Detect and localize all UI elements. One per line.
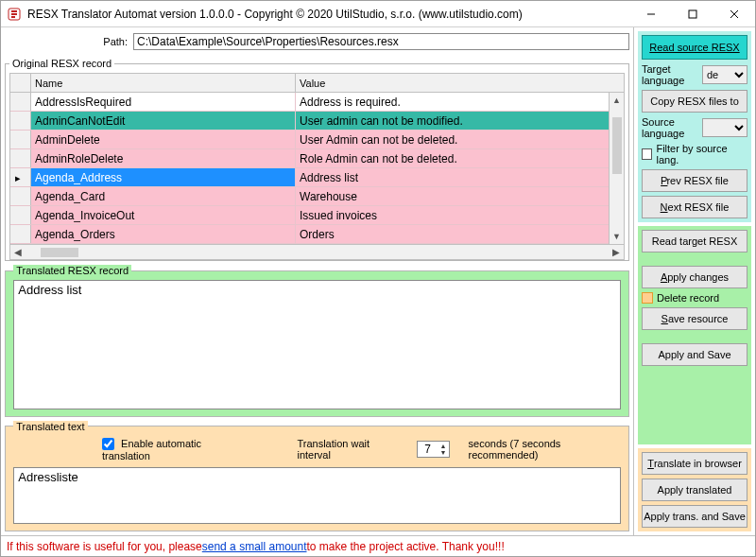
cell-name[interactable]: Agenda_Address [31,168,296,186]
table-row[interactable]: AdminCanNotEditUser admin can not be mod… [10,112,624,131]
filter-by-source-checkbox[interactable]: Filter by source lang. [642,143,747,165]
copy-resx-button[interactable]: Copy RESX files to [642,90,747,113]
cell-value[interactable]: Orders [296,225,624,243]
table-row[interactable]: Agenda_OrdersOrders [10,225,624,244]
apply-changes-button[interactable]: Apply changes [642,266,747,288]
app-icon [7,7,22,22]
source-language-label: Source language [642,116,698,139]
cell-value[interactable]: Address is required. [296,93,624,111]
footer-link[interactable]: send a small amount [202,540,307,553]
maximize-button[interactable] [672,1,713,27]
grid-vscroll[interactable]: ▲▼ [609,93,624,244]
translated-text-textbox[interactable]: Adressliste [13,467,621,524]
translated-text-legend: Translated text [13,421,87,432]
original-resx-legend: Original RESX record [9,58,114,69]
target-language-label: Target language [642,63,698,86]
enable-auto-translate[interactable]: Enable automatic translation [102,438,240,462]
cell-value[interactable]: Role Admin can not be deleted. [296,149,624,167]
apply-and-save-button[interactable]: Apply and Save [642,343,747,366]
grid-hscroll[interactable]: ◀▶ [10,244,624,259]
cell-value[interactable]: Address list [296,168,624,186]
wait-interval-label: Translation wait interval [297,438,397,461]
row-selector[interactable] [10,149,31,167]
path-input[interactable] [133,33,629,50]
read-target-resx-button[interactable]: Read target RESX [642,230,747,252]
cell-name[interactable]: AdminCanNotEdit [31,112,296,130]
apply-translated-button[interactable]: Apply translated [642,479,747,501]
apply-trans-and-save-button[interactable]: Apply trans. and Save [642,505,747,528]
table-row[interactable]: Agenda_CardWarehouse [10,187,624,206]
next-resx-file-button[interactable]: Next RESX file [642,196,747,218]
cell-name[interactable]: Agenda_InvoiceOut [31,206,296,224]
cell-name[interactable]: Agenda_Orders [31,225,296,243]
footer-text-post: to make the project active. Thank you!!! [307,540,505,553]
wait-interval-suffix: seconds (7 seconds recommended) [469,438,621,461]
wait-interval-spinner[interactable]: ▲▼ [417,441,450,458]
minimize-button[interactable] [630,1,672,27]
footer-text-pre: If this software is useful for you, plea… [7,540,202,553]
row-selector[interactable] [10,112,31,130]
cell-name[interactable]: AdminDelete [31,131,296,148]
translated-resx-group: Translated RESX record Address list [5,265,629,417]
col-name[interactable]: Name [31,74,296,92]
enable-auto-translate-checkbox[interactable] [102,438,114,450]
cell-name[interactable]: AddressIsRequired [31,93,296,111]
row-selector[interactable] [10,225,31,243]
row-selector[interactable] [10,131,31,148]
cell-name[interactable]: AdminRoleDelete [31,149,296,167]
source-language-select[interactable] [702,118,747,137]
delete-record-checkbox[interactable]: Delete record [642,292,747,304]
table-row[interactable]: AddressIsRequiredAddress is required. [10,93,624,112]
svg-rect-2 [689,10,696,18]
spinner-chevrons[interactable]: ▲▼ [438,443,449,456]
cell-value[interactable]: User Admin can not be deleted. [296,131,624,148]
translated-record-textbox[interactable]: Address list [13,280,621,409]
row-selector[interactable] [10,206,31,224]
table-row[interactable]: AdminDeleteUser Admin can not be deleted… [10,131,624,149]
col-value[interactable]: Value [296,74,624,92]
grid-header: Name Value [10,74,624,93]
cell-value[interactable]: Issued invoices [296,206,624,224]
checkbox-icon [642,292,653,304]
table-row[interactable]: Agenda_AddressAddress list [10,168,624,187]
translated-resx-legend: Translated RESX record [13,265,131,276]
target-language-select[interactable]: de [702,65,747,84]
table-row[interactable]: Agenda_InvoiceOutIssued invoices [10,206,624,225]
table-row[interactable]: AdminRoleDeleteRole Admin can not be del… [10,149,624,168]
path-label: Path: [5,36,128,47]
title-bar: RESX Translator Automat version 1.0.0.0 … [1,1,755,27]
read-source-resx-button[interactable]: Read source RESX [642,35,747,60]
translate-in-browser-button[interactable]: Translate in browser [642,452,747,475]
close-button[interactable] [713,1,755,27]
window-title: RESX Translator Automat version 1.0.0.0 … [27,8,630,21]
cell-value[interactable]: User admin can not be modified. [296,112,624,130]
original-resx-group: Original RESX record Name Value AddressI… [5,58,629,261]
resx-grid: Name Value AddressIsRequiredAddress is r… [9,73,625,260]
row-selector[interactable] [10,168,31,186]
cell-name[interactable]: Agenda_Card [31,187,296,205]
grid-corner [10,74,31,92]
row-selector[interactable] [10,187,31,205]
footer: If this software is useful for you, plea… [1,535,755,556]
path-row: Path: [5,31,629,54]
row-selector[interactable] [10,93,31,111]
wait-interval-value[interactable] [418,442,438,457]
cell-value[interactable]: Warehouse [296,187,624,205]
save-resource-button[interactable]: Save resource [642,307,747,330]
checkbox-icon [642,148,652,160]
translated-text-group: Translated text Enable automatic transla… [5,421,629,531]
prev-resx-file-button[interactable]: Prev RESX file [642,169,747,192]
